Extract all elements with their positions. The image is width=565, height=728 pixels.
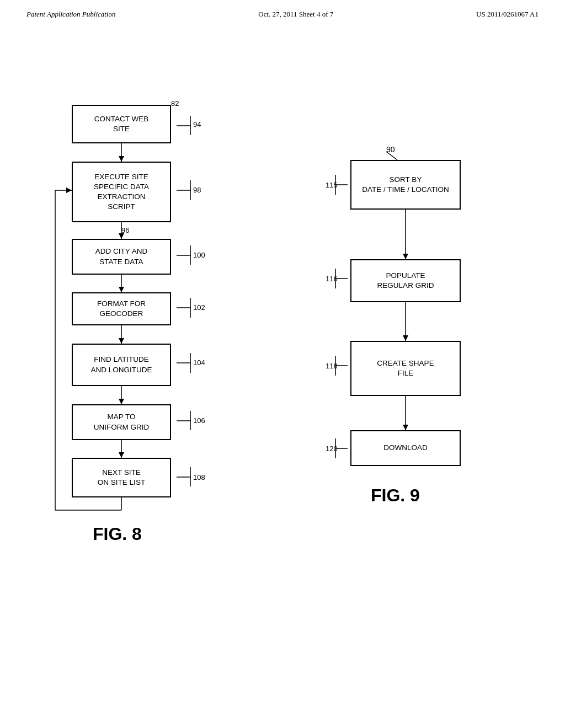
svg-marker-1 (119, 156, 124, 162)
svg-marker-22 (403, 425, 408, 430)
label-118: 118 (326, 362, 338, 370)
svg-marker-7 (119, 338, 124, 344)
header-mid: Oct. 27, 2011 Sheet 4 of 7 (258, 10, 333, 19)
label-96: 96 (121, 226, 129, 234)
svg-marker-18 (403, 254, 408, 259)
svg-marker-16 (66, 188, 72, 193)
box-next-site: NEXT SITE ON SITE LIST (72, 458, 171, 497)
label-82: 82 (171, 99, 179, 108)
diagram-area: CONTACT WEB SITE EXECUTE SITE SPECIFIC D… (0, 44, 565, 706)
svg-marker-9 (119, 399, 124, 404)
box-download: DOWNLOAD (350, 430, 461, 466)
box-execute-site: EXECUTE SITE SPECIFIC DATA EXTRACTION SC… (72, 162, 171, 222)
label-90: 90 (386, 145, 395, 154)
header-right: US 2011/0261067 A1 (476, 10, 539, 19)
label-94: 94 (193, 120, 201, 129)
label-120: 120 (326, 445, 338, 453)
box-find-lat-lon: FIND LATITUDE AND LONGITUDE (72, 344, 171, 386)
label-100: 100 (193, 251, 205, 259)
header-left: Patent Application Publication (26, 10, 116, 19)
box-sort-by: SORT BY DATE / TIME / LOCATION (350, 160, 461, 210)
label-108: 108 (193, 473, 205, 481)
box-create-shape: CREATE SHAPE FILE (350, 341, 461, 396)
svg-marker-11 (119, 452, 124, 458)
fig9-label: FIG. 9 (371, 485, 420, 506)
box-contact-web-site: CONTACT WEB SITE (72, 105, 171, 143)
box-format-geocoder: FORMAT FOR GEOCODER (72, 292, 171, 325)
label-104: 104 (193, 358, 205, 367)
box-map-uniform: MAP TO UNIFORM GRID (72, 404, 171, 440)
label-102: 102 (193, 303, 205, 312)
svg-marker-20 (403, 335, 408, 341)
page-header: Patent Application Publication Oct. 27, … (0, 0, 565, 19)
box-add-city: ADD CITY AND STATE DATA (72, 239, 171, 275)
label-106: 106 (193, 416, 205, 425)
label-116: 116 (326, 275, 338, 283)
svg-marker-5 (119, 287, 124, 292)
label-98: 98 (193, 186, 201, 194)
fig8-label: FIG. 8 (93, 524, 142, 544)
box-populate-grid: POPULATE REGULAR GRID (350, 259, 461, 302)
label-115: 115 (326, 181, 338, 189)
